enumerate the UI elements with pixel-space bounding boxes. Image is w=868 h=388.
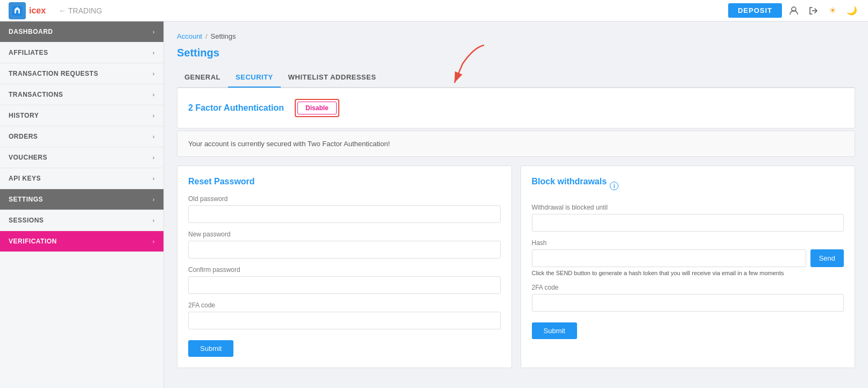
logo[interactable]: icex — [9, 2, 46, 19]
sidebar-item-affiliates[interactable]: AFFILIATES › — [0, 42, 163, 63]
tab-general[interactable]: GENERAL — [177, 68, 228, 88]
chevron-icon: › — [153, 49, 155, 56]
block-withdrawals-panel: Block withdrawals i Withdrawal is blocke… — [521, 166, 856, 368]
chevron-icon: › — [153, 175, 155, 182]
reset-password-title: Reset Password — [188, 177, 501, 186]
old-password-input[interactable] — [188, 205, 501, 223]
sidebar-item-orders[interactable]: ORDERS › — [0, 126, 163, 147]
light-theme-icon[interactable]: ☀ — [825, 3, 840, 18]
withdrawal-blocked-group: Withdrawal is blocked until — [532, 204, 844, 232]
chevron-icon: › — [153, 91, 155, 98]
withdrawal-blocked-input[interactable] — [532, 214, 844, 232]
withdrawal-blocked-label: Withdrawal is blocked until — [532, 204, 844, 211]
block-withdrawals-submit[interactable]: Submit — [532, 322, 577, 339]
reset-password-submit[interactable]: Submit — [188, 340, 233, 357]
forms-row: Reset Password Old password New password… — [177, 166, 855, 368]
reset-twofa-label: 2FA code — [188, 301, 501, 309]
sidebar-item-vouchers[interactable]: VOUCHERS › — [0, 147, 163, 168]
breadcrumb: Account / Settings — [177, 32, 855, 40]
hash-input-row: Send — [532, 249, 844, 267]
old-password-label: Old password — [188, 195, 501, 203]
logo-text: icex — [29, 6, 46, 16]
breadcrumb-current: Settings — [211, 32, 236, 40]
user-icon[interactable] — [786, 3, 801, 18]
block-withdrawals-title-row: Block withdrawals i — [532, 177, 844, 195]
page-title: Settings — [177, 47, 855, 59]
settings-tabs: GENERAL SECURITY WHITELIST ADDRESSES — [177, 68, 855, 88]
sidebar-item-dashboard[interactable]: DASHBOARD › — [0, 21, 163, 42]
sidebar-item-verification[interactable]: VERIFICATION › — [0, 231, 163, 252]
new-password-label: New password — [188, 231, 501, 238]
old-password-group: Old password — [188, 195, 501, 223]
confirm-password-input[interactable] — [188, 276, 501, 294]
tab-whitelist[interactable]: WHITELIST ADDRESSES — [281, 68, 384, 88]
block-twofa-label: 2FA code — [532, 284, 844, 291]
header-nav: ← TRADING — [59, 6, 728, 15]
sidebar-item-transactions[interactable]: TRANSACTIONS › — [0, 84, 163, 105]
chevron-icon: › — [153, 133, 155, 140]
main-content: Account / Settings Settings GENERAL SECU… — [164, 21, 868, 388]
block-withdrawals-title: Block withdrawals — [532, 177, 607, 186]
chevron-icon: › — [153, 154, 155, 161]
hash-input[interactable] — [532, 249, 806, 267]
chevron-icon: › — [153, 112, 155, 119]
sidebar: DASHBOARD › AFFILIATES › TRANSACTION REQ… — [0, 21, 164, 388]
header-right: DEPOSIT ☀ 🌙 — [728, 3, 859, 18]
layout: DASHBOARD › AFFILIATES › TRANSACTION REQ… — [0, 21, 868, 388]
deposit-button[interactable]: DEPOSIT — [728, 3, 782, 18]
breadcrumb-separator: / — [205, 32, 208, 40]
reset-twofa-input[interactable] — [188, 312, 501, 329]
chevron-icon: › — [153, 70, 155, 77]
twofa-info: Your account is currently secured with T… — [177, 131, 855, 157]
hash-group: Hash Send Click the SEND button to gener… — [532, 239, 844, 276]
block-twofa-group: 2FA code — [532, 284, 844, 312]
sidebar-item-api-keys[interactable]: API KEYS › — [0, 168, 163, 189]
info-icon: i — [610, 182, 618, 190]
disable-button-wrapper: Disable — [295, 99, 339, 117]
header: icex ← TRADING DEPOSIT ☀ 🌙 — [0, 0, 868, 21]
disable-2fa-button[interactable]: Disable — [297, 102, 337, 114]
chevron-icon: › — [153, 238, 155, 245]
back-nav[interactable]: ← TRADING — [59, 6, 102, 15]
chevron-icon: › — [153, 196, 155, 203]
logo-icon — [9, 2, 26, 19]
tab-security[interactable]: SECURITY — [228, 68, 281, 88]
new-password-group: New password — [188, 231, 501, 258]
sidebar-item-settings[interactable]: SETTINGS › — [0, 189, 163, 210]
hash-label: Hash — [532, 239, 844, 247]
confirm-password-label: Confirm password — [188, 266, 501, 274]
sidebar-item-transaction-requests[interactable]: TRANSACTION REQUESTS › — [0, 63, 163, 84]
chevron-icon: › — [153, 28, 155, 35]
reset-password-panel: Reset Password Old password New password… — [177, 166, 512, 368]
breadcrumb-account[interactable]: Account — [177, 32, 202, 40]
twofa-section: 2 Factor Authentication Disable — [177, 88, 855, 128]
sidebar-item-history[interactable]: HISTORY › — [0, 105, 163, 126]
confirm-password-group: Confirm password — [188, 266, 501, 294]
twofa-header: 2 Factor Authentication Disable — [188, 99, 844, 117]
send-button[interactable]: Send — [810, 249, 844, 267]
dark-theme-icon[interactable]: 🌙 — [844, 3, 859, 18]
chevron-icon: › — [153, 217, 155, 224]
sidebar-item-sessions[interactable]: SESSIONS › — [0, 210, 163, 231]
block-twofa-input[interactable] — [532, 294, 844, 312]
reset-twofa-group: 2FA code — [188, 301, 501, 329]
twofa-title: 2 Factor Authentication — [188, 103, 284, 113]
new-password-input[interactable] — [188, 241, 501, 258]
logout-icon[interactable] — [806, 3, 821, 18]
hash-hint: Click the SEND button to generate a hash… — [532, 270, 844, 276]
